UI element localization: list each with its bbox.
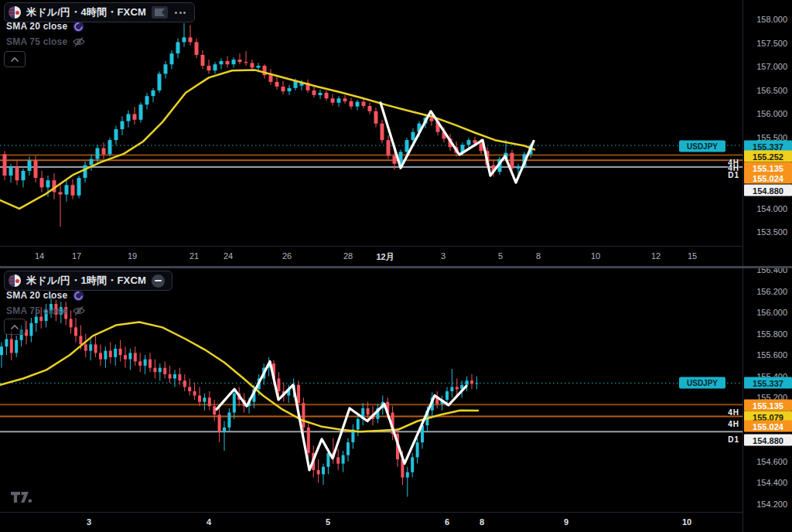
pane-title-4h[interactable]: 米ドル/円・4時間・FXCM	[26, 5, 146, 19]
minimize-pane-button[interactable]	[152, 275, 165, 288]
tradingview-multichart: 米ドル/円・4時間・FXCM SMA 20 close SMA 75 close…	[0, 0, 792, 532]
collapse-legend-button-1h[interactable]	[4, 319, 26, 335]
line-label-4h: 4H	[728, 408, 739, 417]
price-badge: 154.880	[744, 435, 792, 446]
flag-icon	[155, 9, 165, 16]
minus-icon	[155, 280, 162, 281]
time-tick-label: 6	[445, 517, 449, 527]
time-tick-label: 5	[326, 517, 330, 527]
price-badge: 155.024	[744, 172, 792, 184]
price-tick-label: 154.600	[756, 457, 787, 466]
time-axis-1h[interactable]: 34568910	[0, 512, 742, 532]
time-tick-label: 3	[441, 251, 446, 261]
eye-hidden-icon[interactable]	[73, 305, 85, 316]
price-tick-label: 156.500	[756, 86, 787, 95]
time-tick-label: 9	[564, 517, 568, 527]
price-tick-label: 156.200	[756, 287, 787, 296]
time-tick-label: 10	[682, 517, 691, 527]
time-tick-label: 24	[224, 251, 233, 261]
chart-pane-4h[interactable]	[0, 0, 742, 246]
price-tick-label: 157.500	[756, 39, 787, 48]
usdjpy-flag-icon	[9, 6, 21, 19]
chevron-up-icon	[10, 324, 19, 330]
price-badge: 155.252	[744, 151, 792, 162]
time-tick-label: 5	[498, 251, 503, 261]
price-tick-label: 154.200	[756, 500, 787, 509]
flag-symbol-button[interactable]	[152, 6, 168, 19]
more-options-button[interactable]	[173, 10, 187, 15]
price-tick-label: 155.600	[756, 350, 787, 360]
time-tick-label: 21	[189, 251, 199, 261]
time-tick-label: 14	[35, 251, 44, 261]
line-label-4h: 4H	[728, 420, 739, 428]
time-tick-label: 8	[536, 251, 541, 261]
loading-spinner-icon	[73, 290, 84, 302]
sma75-label[interactable]: SMA 75 close	[6, 36, 67, 47]
price-tick-label: 158.000	[756, 15, 787, 24]
tradingview-logo	[11, 492, 32, 507]
indicator-row-sma20-1h[interactable]: SMA 20 close	[6, 289, 84, 302]
price-tick-label: 153.500	[756, 227, 787, 237]
chevron-up-icon	[10, 56, 19, 63]
time-tick-label: 17	[72, 251, 81, 261]
time-tick-label: 12月	[376, 251, 394, 263]
time-tick-label: 26	[282, 251, 292, 261]
indicator-row-sma20-4h[interactable]: SMA 20 close	[6, 20, 84, 32]
indicator-row-sma75-1h[interactable]: SMA 75 close	[6, 305, 85, 317]
time-tick-label: 19	[128, 251, 137, 261]
time-tick-label: 12	[651, 251, 661, 261]
time-tick-label: 10	[591, 251, 600, 261]
price-tick-label: 156.000	[756, 109, 787, 118]
line-label-d1: D1	[728, 171, 739, 179]
indicator-row-sma75-4h[interactable]: SMA 75 close	[6, 36, 85, 48]
sma20-line[interactable]	[0, 322, 478, 432]
symbol-legend-1h[interactable]: 米ドル/円・1時間・FXCM	[4, 271, 172, 291]
price-tick-label: 155.800	[756, 329, 787, 339]
price-tick-label: 154.000	[756, 204, 787, 213]
usdjpy-flag-icon	[9, 275, 21, 287]
price-tick-label: 154.400	[756, 478, 787, 487]
sma20-label[interactable]: SMA 20 close	[6, 290, 67, 301]
sma20-label[interactable]: SMA 20 close	[6, 21, 67, 32]
sma75-label[interactable]: SMA 75 close	[6, 305, 67, 316]
price-badge: 155.337	[744, 377, 792, 389]
time-tick-label: 8	[480, 517, 484, 527]
line-label-d1: D1	[728, 435, 739, 444]
time-axis-4h[interactable]: 1417192124262812月35810121517	[0, 246, 742, 267]
time-tick-label: 28	[343, 251, 353, 261]
price-badge: 154.880	[744, 185, 792, 196]
price-tick-label: 157.000	[756, 62, 787, 71]
ticker-label-badge: USDJPY	[679, 141, 725, 152]
chart-pane-1h[interactable]	[0, 268, 742, 512]
pane-title-1h[interactable]: 米ドル/円・1時間・FXCM	[26, 274, 146, 288]
eye-hidden-icon[interactable]	[73, 36, 85, 47]
collapse-legend-button-4h[interactable]	[4, 51, 26, 67]
price-tick-label: 156.000	[756, 308, 787, 317]
pane-separator[interactable]	[0, 266, 792, 268]
price-badge: 155.024	[744, 421, 792, 432]
time-tick-label: 4	[207, 517, 211, 527]
time-tick-label: 15	[688, 251, 697, 261]
ticker-label-badge: USDJPY	[679, 377, 725, 389]
loading-spinner-icon	[73, 21, 84, 32]
time-tick-label: 3	[87, 517, 91, 527]
price-badge: 155.135	[744, 400, 792, 411]
